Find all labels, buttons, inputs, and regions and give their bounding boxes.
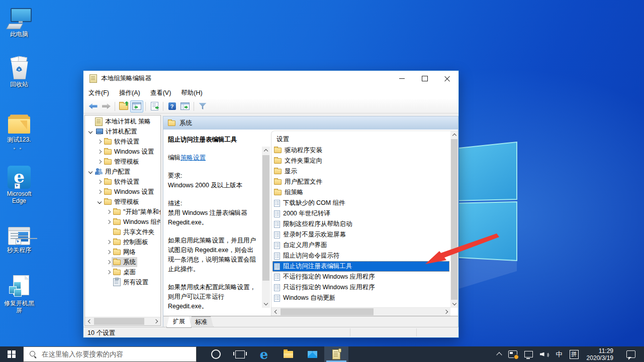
list-item[interactable]: 驱动程序安装: [272, 145, 449, 156]
tree-item-network[interactable]: 网络: [85, 247, 160, 257]
tree-item-windows-components[interactable]: Windows 组件: [85, 217, 160, 227]
expander-icon[interactable]: [87, 170, 94, 173]
forward-button[interactable]: [100, 100, 113, 112]
tree-item-start-menu[interactable]: "开始"菜单和任务栏: [85, 207, 160, 217]
desktop-icon-app[interactable]: 秒关程序: [0, 222, 38, 254]
gpedit-taskbar-button[interactable]: [324, 346, 348, 362]
list-item[interactable]: 不运行指定的 Windows 应用程序: [272, 272, 449, 282]
back-button[interactable]: [86, 100, 100, 112]
maximize-button[interactable]: [413, 71, 436, 86]
list-item[interactable]: 只运行指定的 Windows 应用程序: [272, 282, 449, 293]
minimize-button[interactable]: [391, 71, 413, 86]
expander-icon[interactable]: [97, 190, 103, 193]
tree-item-windows-settings-user[interactable]: Windows 设置: [85, 187, 160, 197]
list-item[interactable]: 登录时不显示欢迎屏幕: [272, 229, 449, 240]
ime-language-button[interactable]: 中: [553, 346, 566, 362]
show-console-tree-button[interactable]: [130, 100, 143, 112]
desktop-icon-this-pc[interactable]: 此电脑: [0, 6, 38, 38]
expander-icon[interactable]: [97, 150, 103, 153]
list-item[interactable]: 文件夹重定向: [272, 156, 449, 166]
scrollbar-thumb[interactable]: [281, 308, 374, 315]
menu-view[interactable]: 查看(V): [145, 87, 176, 99]
tree-item-user-config[interactable]: 用户配置: [85, 167, 160, 177]
network-tray-button[interactable]: [521, 346, 536, 362]
tree-item-software-settings-user[interactable]: 软件设置: [85, 177, 160, 187]
title-bar[interactable]: 本地组策略编辑器: [83, 71, 458, 86]
desktop-icon-registry-fix[interactable]: 修复开机黑 屏: [0, 275, 38, 314]
tree-horizontal-scrollbar[interactable]: [85, 317, 160, 325]
desktop-icon-edge[interactable]: e Microsoft Edge: [0, 166, 38, 204]
desktop-icon-recycle-bin[interactable]: 回收站: [0, 56, 38, 88]
filter-button[interactable]: [196, 100, 209, 112]
list-item[interactable]: 组策略: [272, 187, 449, 198]
menu-file[interactable]: 文件(F): [83, 87, 114, 99]
mail-button[interactable]: [300, 346, 324, 362]
scroll-up-icon[interactable]: [262, 147, 270, 154]
volume-tray-button[interactable]: [536, 346, 553, 362]
scrollbar-thumb[interactable]: [94, 318, 144, 325]
file-explorer-button[interactable]: [276, 346, 300, 362]
scroll-down-icon[interactable]: [450, 300, 458, 308]
list-vertical-scrollbar[interactable]: [450, 131, 458, 308]
tree-item-software-settings[interactable]: 软件设置: [85, 137, 160, 147]
ime-mode-button[interactable]: 拼: [566, 346, 582, 362]
scroll-left-icon[interactable]: [85, 317, 93, 325]
help-button[interactable]: ?: [165, 100, 178, 112]
expander-icon[interactable]: [106, 271, 112, 274]
description-vertical-scrollbar[interactable]: [262, 147, 270, 308]
scrollbar-thumb[interactable]: [451, 139, 457, 300]
tree-item-system[interactable]: 系统: [85, 257, 160, 267]
hidden-icons-button[interactable]: [494, 346, 505, 362]
start-button[interactable]: [0, 346, 23, 362]
menu-action[interactable]: 操作(A): [114, 87, 145, 99]
up-one-level-button[interactable]: [117, 100, 130, 112]
scroll-left-icon[interactable]: [271, 308, 280, 316]
show-properties-button[interactable]: [178, 100, 192, 112]
tree-item-windows-settings[interactable]: Windows 设置: [85, 147, 160, 157]
taskbar-search-box[interactable]: 在这里输入你要搜索的内容: [23, 346, 197, 362]
tab-extended[interactable]: 扩展: [166, 316, 192, 328]
expander-icon[interactable]: [106, 261, 112, 264]
task-view-button[interactable]: [228, 346, 252, 362]
desktop-icon-test-folder[interactable]: 测试123. 。。: [0, 111, 38, 150]
list-column-header[interactable]: 设置: [277, 134, 289, 144]
scroll-down-icon[interactable]: [262, 300, 270, 308]
export-list-button[interactable]: [148, 100, 161, 112]
expander-icon[interactable]: [97, 200, 103, 203]
expander-icon[interactable]: [97, 140, 103, 143]
tree-item-control-panel[interactable]: 控制面板: [85, 237, 160, 247]
expander-icon[interactable]: [97, 180, 103, 183]
list-item[interactable]: 自定义用户界面: [272, 240, 449, 251]
expander-icon[interactable]: [87, 130, 94, 133]
tree-item-computer-config[interactable]: 计算机配置: [85, 127, 160, 137]
menu-help[interactable]: 帮助(H): [176, 87, 207, 99]
policy-settings-link[interactable]: 策略设置: [180, 154, 206, 161]
list-item[interactable]: 用户配置文件: [272, 177, 449, 187]
expander-icon[interactable]: [106, 210, 112, 213]
scroll-right-icon[interactable]: [442, 308, 450, 316]
list-item[interactable]: 阻止访问命令提示符: [272, 251, 449, 261]
tree-item-admin-templates[interactable]: 管理模板: [85, 157, 160, 167]
expander-icon[interactable]: [97, 160, 103, 163]
list-item-selected[interactable]: 阻止访问注册表编辑工具: [272, 261, 449, 272]
scroll-up-icon[interactable]: [450, 131, 458, 139]
tree-item-all-settings[interactable]: 所有设置: [85, 277, 160, 287]
list-item[interactable]: 限制这些程序从帮助启动: [272, 219, 449, 229]
tree-item-desktop[interactable]: 桌面: [85, 267, 160, 277]
expander-icon[interactable]: [106, 251, 112, 254]
list-horizontal-scrollbar[interactable]: [271, 307, 450, 316]
cortana-button[interactable]: [204, 346, 228, 362]
news-tray-button[interactable]: [505, 346, 521, 362]
scroll-right-icon[interactable]: [152, 317, 160, 325]
close-button[interactable]: [436, 71, 458, 86]
action-center-button[interactable]: [618, 346, 644, 362]
tree-item-root[interactable]: 本地计算机 策略: [85, 116, 160, 127]
tree-item-shared-folders[interactable]: 共享文件夹: [85, 227, 160, 237]
tab-standard[interactable]: 标准: [189, 316, 214, 328]
list-item[interactable]: 显示: [272, 166, 449, 177]
list-item[interactable]: 下载缺少的 COM 组件: [272, 198, 449, 208]
scrollbar-thumb[interactable]: [262, 155, 269, 281]
list-item[interactable]: 2000 年世纪转译: [272, 208, 449, 219]
tree-item-admin-templates-user[interactable]: 管理模板: [85, 197, 160, 207]
clock[interactable]: 11:29 2020/3/19: [582, 347, 618, 361]
